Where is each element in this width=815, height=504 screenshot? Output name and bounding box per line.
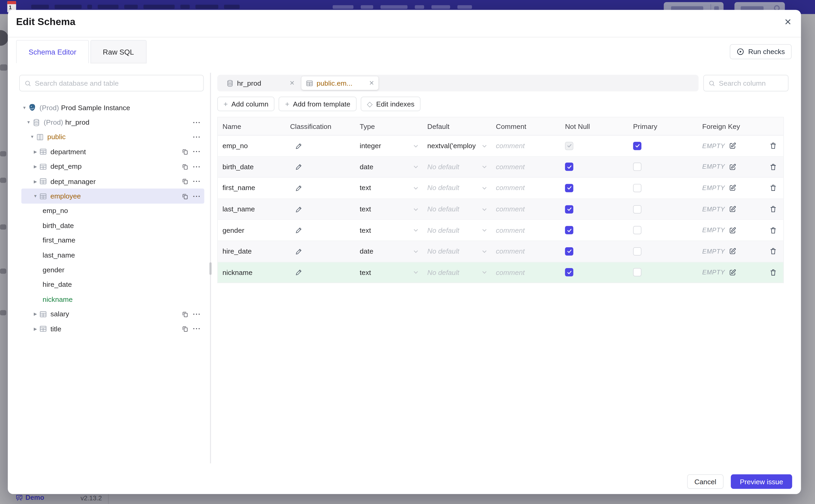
close-icon[interactable]: ✕ bbox=[783, 17, 793, 27]
edit-foreign-key-icon[interactable] bbox=[729, 184, 737, 192]
edit-indexes-button[interactable]: ◇Edit indexes bbox=[361, 97, 421, 111]
tree-item-public[interactable]: ▼public••• bbox=[16, 130, 204, 144]
more-options-icon[interactable]: ••• bbox=[193, 179, 201, 184]
not-null-checkbox-checked[interactable] bbox=[565, 226, 574, 235]
copy-icon[interactable] bbox=[181, 178, 189, 185]
add-from-template-button[interactable]: +Add from template bbox=[279, 97, 356, 111]
type-select[interactable]: text bbox=[355, 184, 423, 192]
comment-input[interactable]: comment bbox=[491, 184, 560, 192]
column-name-cell[interactable]: birth_date bbox=[218, 163, 285, 171]
tree-column-last-name[interactable]: last_name bbox=[16, 248, 204, 263]
tree-column-gender[interactable]: gender bbox=[16, 263, 204, 277]
not-null-checkbox-checked[interactable] bbox=[565, 268, 574, 277]
more-options-icon[interactable]: ••• bbox=[193, 312, 201, 317]
edit-foreign-key-icon[interactable] bbox=[729, 205, 737, 213]
copy-icon[interactable] bbox=[181, 148, 189, 156]
database-search-input[interactable] bbox=[19, 75, 204, 91]
chevron-down-icon[interactable]: ▼ bbox=[25, 120, 32, 125]
primary-checkbox-unchecked[interactable] bbox=[633, 163, 642, 171]
chevron-right-icon[interactable]: ▶ bbox=[32, 164, 39, 169]
tree-column-first-name[interactable]: first_name bbox=[16, 233, 204, 248]
more-options-icon[interactable]: ••• bbox=[193, 135, 201, 139]
tree-item-employee[interactable]: ▼employee••• bbox=[21, 189, 204, 203]
panel-resize-grip[interactable] bbox=[209, 262, 211, 275]
column-search-input[interactable] bbox=[703, 75, 788, 91]
tree-item-dept-manager[interactable]: ▶dept_manager••• bbox=[16, 174, 204, 189]
delete-column-icon[interactable] bbox=[769, 184, 777, 192]
primary-checkbox-unchecked[interactable] bbox=[633, 247, 642, 256]
preview-issue-button[interactable]: Preview issue bbox=[731, 474, 792, 489]
default-select[interactable]: No default bbox=[423, 184, 491, 192]
comment-input[interactable]: comment bbox=[491, 226, 560, 234]
column-name-cell[interactable]: emp_no bbox=[218, 142, 285, 150]
edit-foreign-key-icon[interactable] bbox=[729, 269, 737, 277]
copy-icon[interactable] bbox=[181, 325, 189, 333]
column-name-cell[interactable]: hire_date bbox=[218, 248, 285, 255]
default-select[interactable]: nextval('employ bbox=[423, 142, 491, 150]
edit-classification-icon[interactable] bbox=[295, 227, 302, 234]
not-null-checkbox-checked[interactable] bbox=[565, 184, 574, 192]
not-null-checkbox-checked[interactable] bbox=[565, 247, 574, 256]
column-name-cell[interactable]: last_name bbox=[218, 205, 285, 213]
not-null-checkbox-checked[interactable] bbox=[565, 163, 574, 171]
default-select[interactable]: No default bbox=[423, 226, 491, 234]
chevron-down-icon[interactable]: ▼ bbox=[21, 105, 28, 110]
type-select[interactable]: text bbox=[355, 205, 423, 213]
chevron-right-icon[interactable]: ▶ bbox=[32, 327, 39, 331]
tab-raw-sql[interactable]: Raw SQL bbox=[90, 40, 147, 64]
copy-icon[interactable] bbox=[181, 163, 189, 170]
default-select[interactable]: No default bbox=[423, 248, 491, 255]
edit-foreign-key-icon[interactable] bbox=[729, 163, 737, 171]
edit-foreign-key-icon[interactable] bbox=[729, 142, 737, 150]
not-null-checkbox-checked[interactable] bbox=[565, 205, 574, 214]
tree-column-hire-date[interactable]: hire_date bbox=[16, 277, 204, 292]
tree-item-hr-prod[interactable]: ▼(Prod)hr_prod••• bbox=[16, 115, 204, 130]
column-name-cell[interactable]: nickname bbox=[218, 269, 285, 277]
comment-input[interactable]: comment bbox=[491, 163, 560, 171]
delete-column-icon[interactable] bbox=[769, 226, 777, 234]
type-select[interactable]: text bbox=[355, 269, 423, 277]
copy-icon[interactable] bbox=[181, 311, 189, 318]
more-options-icon[interactable]: ••• bbox=[193, 194, 201, 198]
tab-schema-editor[interactable]: Schema Editor bbox=[16, 40, 89, 64]
panel-resize-handle[interactable] bbox=[210, 73, 211, 463]
primary-checkbox-unchecked[interactable] bbox=[633, 226, 642, 235]
tree-item-salary[interactable]: ▶salary••• bbox=[16, 307, 204, 322]
edit-classification-icon[interactable] bbox=[295, 248, 302, 255]
comment-input[interactable]: comment bbox=[491, 205, 560, 213]
tree-column-birth-date[interactable]: birth_date bbox=[16, 218, 204, 233]
more-options-icon[interactable]: ••• bbox=[193, 120, 201, 125]
edit-classification-icon[interactable] bbox=[295, 269, 302, 276]
tree-item-prod-sample-instance[interactable]: ▼(Prod)Prod Sample Instance bbox=[16, 100, 204, 115]
default-select[interactable]: No default bbox=[423, 205, 491, 213]
chevron-right-icon[interactable]: ▶ bbox=[32, 149, 39, 154]
demo-link[interactable]: Demo bbox=[16, 493, 44, 501]
comment-input[interactable]: comment bbox=[491, 142, 560, 150]
copy-icon[interactable] bbox=[181, 192, 189, 200]
edit-classification-icon[interactable] bbox=[295, 206, 302, 213]
delete-column-icon[interactable] bbox=[769, 163, 777, 171]
type-select[interactable]: date bbox=[355, 163, 423, 171]
add-column-button[interactable]: +Add column bbox=[217, 97, 275, 111]
comment-input[interactable]: comment bbox=[491, 248, 560, 255]
editor-tab-hr-prod[interactable]: hr_prod✕ bbox=[222, 76, 299, 90]
default-select[interactable]: No default bbox=[423, 163, 491, 171]
run-checks-button[interactable]: Run checks bbox=[730, 44, 792, 59]
cancel-button[interactable]: Cancel bbox=[687, 474, 724, 489]
tree-item-dept-emp[interactable]: ▶dept_emp••• bbox=[16, 159, 204, 174]
primary-checkbox-unchecked[interactable] bbox=[633, 184, 642, 192]
type-select[interactable]: text bbox=[355, 226, 423, 234]
edit-foreign-key-icon[interactable] bbox=[729, 226, 737, 234]
edit-classification-icon[interactable] bbox=[295, 142, 302, 150]
primary-checkbox-unchecked[interactable] bbox=[633, 205, 642, 214]
tree-column-emp-no[interactable]: emp_no bbox=[16, 203, 204, 218]
column-name-cell[interactable]: first_name bbox=[218, 184, 285, 192]
primary-checkbox-unchecked[interactable] bbox=[633, 268, 642, 277]
default-select[interactable]: No default bbox=[423, 269, 491, 277]
delete-column-icon[interactable] bbox=[769, 142, 777, 150]
type-select[interactable]: date bbox=[355, 248, 423, 255]
more-options-icon[interactable]: ••• bbox=[193, 149, 201, 154]
tree-item-title[interactable]: ▶title••• bbox=[16, 322, 204, 336]
edit-classification-icon[interactable] bbox=[295, 185, 302, 192]
tree-column-nickname[interactable]: nickname bbox=[16, 292, 204, 307]
